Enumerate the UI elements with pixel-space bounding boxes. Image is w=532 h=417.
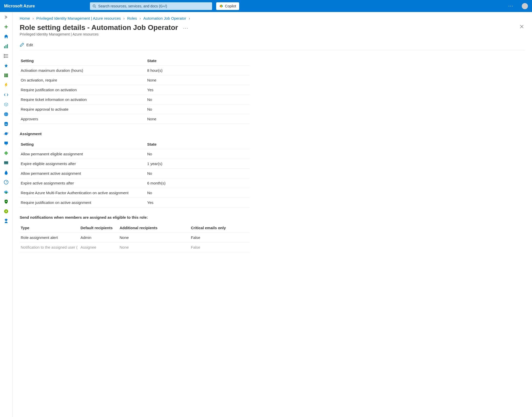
setting-cell: On activation, require <box>20 75 146 85</box>
chevron-right-icon: › <box>189 16 190 20</box>
col-setting: Setting <box>20 56 146 66</box>
search-input[interactable] <box>98 4 210 8</box>
gauge-icon[interactable] <box>4 180 9 185</box>
svg-rect-8 <box>4 46 5 48</box>
setting-cell: Require Azure Multi-Factor Authenticatio… <box>20 188 146 198</box>
app-grid-icon[interactable] <box>4 73 9 78</box>
functions-icon[interactable] <box>4 83 9 88</box>
svg-point-16 <box>4 57 4 58</box>
additional-cell: None <box>119 233 190 242</box>
favorites-star-icon[interactable] <box>4 63 9 68</box>
svg-point-44 <box>5 192 7 194</box>
assignment-heading: Assignment <box>20 132 525 136</box>
title-more-button[interactable]: ··· <box>183 26 189 31</box>
svg-point-48 <box>5 219 7 221</box>
default-cell: Assignee <box>79 242 119 252</box>
table-row: Require approval to activateNo <box>20 105 250 114</box>
breadcrumb-pim[interactable]: Privileged Identity Management | Azure r… <box>36 16 121 20</box>
drop-icon[interactable] <box>4 170 9 175</box>
type-cell: Notification to the assigned user ( <box>20 242 79 252</box>
code-icon[interactable] <box>4 92 9 97</box>
cloud-icon[interactable] <box>4 189 9 194</box>
state-cell: Yes <box>146 198 250 207</box>
svg-point-15 <box>4 56 4 56</box>
close-button[interactable] <box>519 24 525 31</box>
table-row: Activation maximum duration (hours)8 hou… <box>20 66 250 75</box>
breadcrumb-role-name[interactable]: Automation Job Operator <box>143 16 186 20</box>
svg-rect-26 <box>7 76 8 77</box>
rail-expand-icon[interactable] <box>4 15 9 20</box>
copilot-button[interactable]: Copilot <box>216 2 239 10</box>
shield-icon[interactable] <box>4 199 9 204</box>
activation-settings-table: Setting State Activation maximum duratio… <box>20 56 250 124</box>
svg-point-45 <box>6 201 7 202</box>
setting-cell: Approvers <box>20 114 146 124</box>
top-more-button[interactable]: ··· <box>506 3 516 9</box>
sql-icon[interactable]: SQL <box>4 121 9 126</box>
monitor-icon[interactable] <box>4 141 9 146</box>
setting-cell: Expire eligible assignments after <box>20 159 146 169</box>
planet-icon[interactable] <box>4 131 9 136</box>
svg-rect-24 <box>4 76 5 77</box>
diamond-icon[interactable] <box>4 150 9 156</box>
setting-cell: Activation maximum duration (hours) <box>20 66 146 75</box>
svg-rect-18 <box>4 74 5 75</box>
state-cell: No <box>146 169 250 178</box>
user-avatar[interactable] <box>522 3 528 9</box>
svg-marker-27 <box>5 83 7 87</box>
col-state: State <box>146 56 250 66</box>
setting-cell: Require justification on active assignme… <box>20 198 146 207</box>
setting-cell: Allow permanent active assignment <box>20 169 146 178</box>
cube-icon[interactable] <box>4 102 9 107</box>
svg-rect-19 <box>6 74 7 75</box>
table-row: Require justification on activationYes <box>20 85 250 95</box>
svg-rect-20 <box>7 74 8 75</box>
table-row: Role assignment alertAdminNoneFalse <box>20 233 250 242</box>
edit-button[interactable]: Edit <box>20 42 33 47</box>
setting-cell: Require approval to activate <box>20 105 146 114</box>
table-row: Require justification on active assignme… <box>20 198 250 207</box>
type-cell: Role assignment alert <box>20 233 79 242</box>
notifications-heading: Send notifications when members are assi… <box>20 215 525 219</box>
default-cell: Admin <box>79 233 119 242</box>
col-additional-recipients: Additional recipients <box>119 223 190 233</box>
chevron-right-icon: › <box>140 16 141 20</box>
all-services-icon[interactable] <box>4 53 9 59</box>
svg-rect-38 <box>6 145 7 145</box>
table-row: ApproversNone <box>20 114 250 124</box>
svg-point-5 <box>221 6 222 8</box>
copilot-icon <box>219 4 223 8</box>
create-resource-icon[interactable] <box>4 24 9 29</box>
svg-rect-10 <box>7 44 8 48</box>
setting-cell: Require justification on activation <box>20 85 146 95</box>
globe-icon[interactable] <box>4 112 9 117</box>
svg-point-0 <box>93 5 95 7</box>
notifications-table: Type Default recipients Additional recip… <box>20 223 250 252</box>
additional-cell: None <box>119 242 190 252</box>
home-icon[interactable] <box>4 34 9 39</box>
svg-point-14 <box>4 54 4 55</box>
close-icon <box>520 25 524 29</box>
state-cell: None <box>146 114 250 124</box>
cost-icon[interactable]: $ <box>4 209 9 214</box>
table-row: Expire active assignments after6 month(s… <box>20 178 250 188</box>
chevron-right-icon: › <box>32 16 34 20</box>
dashboard-icon[interactable] <box>4 44 9 49</box>
breadcrumb-roles[interactable]: Roles <box>127 16 137 20</box>
state-cell: None <box>146 75 250 85</box>
svg-text:$: $ <box>5 210 7 213</box>
state-cell: No <box>146 95 250 105</box>
toolbar: Edit <box>20 42 525 50</box>
state-cell: No <box>146 149 250 159</box>
col-state: State <box>146 140 250 149</box>
card-icon[interactable] <box>4 160 9 165</box>
breadcrumb-home[interactable]: Home <box>20 16 30 20</box>
page-title: Role setting details - Automation Job Op… <box>20 24 178 32</box>
support-icon[interactable] <box>4 218 9 224</box>
svg-rect-23 <box>7 75 8 76</box>
search-icon <box>92 4 96 8</box>
state-cell: 6 month(s) <box>146 178 250 188</box>
global-search[interactable] <box>90 2 212 10</box>
table-row: Notification to the assigned user (Assig… <box>20 242 250 252</box>
left-rail: SQL $ <box>0 12 13 417</box>
